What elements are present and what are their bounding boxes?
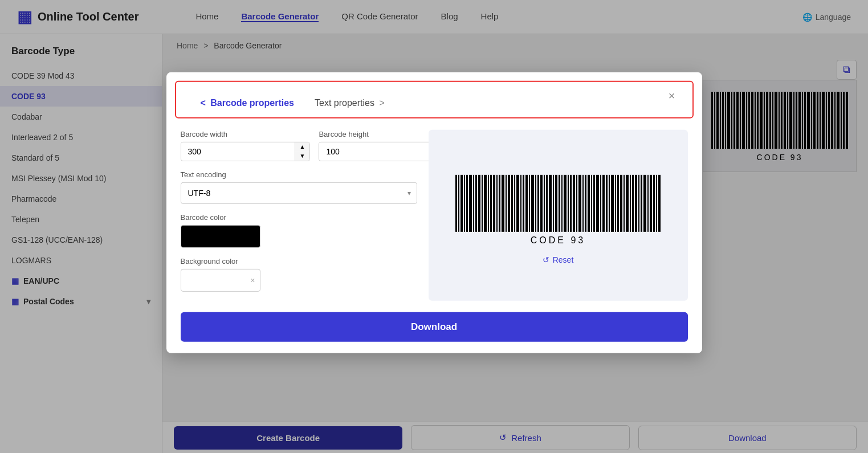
- svg-rect-92: [585, 174, 586, 231]
- svg-rect-53: [469, 174, 472, 231]
- tab-barcode-properties-label: Barcode properties: [210, 97, 294, 107]
- svg-rect-110: [638, 174, 639, 231]
- svg-rect-98: [602, 174, 605, 231]
- svg-rect-54: [473, 174, 474, 231]
- svg-rect-101: [611, 174, 614, 231]
- reset-label: Reset: [553, 255, 574, 264]
- svg-rect-104: [620, 174, 622, 231]
- svg-rect-103: [617, 174, 619, 231]
- svg-rect-97: [600, 174, 601, 231]
- svg-rect-99: [606, 174, 608, 231]
- svg-rect-90: [578, 174, 581, 231]
- width-increment-button[interactable]: ▲: [295, 142, 310, 151]
- svg-rect-77: [540, 174, 543, 231]
- barcode-height-input[interactable]: [319, 142, 433, 160]
- svg-text:CODE 93: CODE 93: [531, 235, 585, 244]
- svg-rect-49: [458, 174, 459, 231]
- text-encoding-select-wrap: UTF-8 ASCII ISO-8859-1 ▾: [181, 182, 417, 203]
- svg-rect-83: [559, 174, 560, 231]
- tab-barcode-properties[interactable]: < Barcode properties: [190, 92, 305, 117]
- svg-rect-67: [511, 174, 513, 231]
- svg-rect-87: [570, 174, 572, 231]
- text-encoding-row: Text encoding UTF-8 ASCII ISO-8859-1 ▾: [181, 170, 417, 203]
- svg-rect-112: [643, 174, 646, 231]
- barcode-width-group: Barcode width ▲ ▼: [181, 129, 311, 161]
- barcode-color-swatch[interactable]: [181, 225, 260, 247]
- barcode-width-label: Barcode width: [181, 129, 311, 138]
- width-spin-buttons: ▲ ▼: [295, 142, 310, 160]
- svg-rect-111: [641, 174, 642, 231]
- tab-text-properties-label: Text properties: [315, 97, 374, 107]
- svg-rect-100: [609, 174, 610, 231]
- svg-rect-85: [564, 174, 567, 231]
- svg-rect-61: [493, 174, 495, 231]
- svg-rect-60: [490, 174, 492, 231]
- svg-rect-95: [593, 174, 595, 231]
- svg-rect-96: [596, 174, 599, 231]
- barcode-preview-area: CODE 93 ↺ Reset: [429, 129, 688, 300]
- barcode-color-label: Barcode color: [181, 213, 417, 221]
- right-arrow-icon: >: [379, 97, 384, 107]
- svg-rect-78: [544, 174, 545, 231]
- svg-rect-105: [624, 174, 625, 231]
- svg-rect-57: [482, 174, 483, 231]
- svg-rect-59: [488, 174, 489, 231]
- barcode-preview-svg: CODE 93: [450, 172, 666, 246]
- modal-close-button[interactable]: ×: [666, 89, 678, 102]
- clear-background-icon[interactable]: ×: [250, 275, 255, 284]
- width-decrement-button[interactable]: ▼: [295, 151, 310, 160]
- text-encoding-label: Text encoding: [181, 170, 417, 178]
- reset-button[interactable]: ↺ Reset: [543, 255, 574, 264]
- svg-rect-113: [647, 174, 649, 231]
- barcode-width-input[interactable]: [181, 142, 295, 160]
- svg-rect-52: [466, 174, 468, 231]
- svg-rect-58: [484, 174, 487, 231]
- svg-rect-48: [455, 174, 457, 231]
- left-arrow-icon: <: [201, 97, 206, 107]
- form-section: Barcode width ▲ ▼ Barcode height: [181, 129, 417, 300]
- svg-rect-64: [502, 174, 504, 231]
- svg-rect-117: [658, 174, 661, 231]
- svg-rect-63: [499, 174, 500, 231]
- svg-rect-114: [650, 174, 652, 231]
- svg-rect-62: [496, 174, 498, 231]
- svg-rect-116: [656, 174, 657, 231]
- svg-rect-55: [475, 174, 477, 231]
- modal-tabs: < Barcode properties Text properties > ×: [175, 80, 694, 118]
- barcode-width-spinner: ▲ ▼: [181, 141, 311, 161]
- svg-rect-94: [591, 174, 592, 231]
- svg-rect-71: [523, 174, 524, 231]
- svg-rect-65: [506, 174, 507, 231]
- svg-rect-74: [531, 174, 534, 231]
- svg-rect-109: [635, 174, 637, 231]
- svg-rect-102: [615, 174, 616, 231]
- svg-rect-75: [535, 174, 536, 231]
- svg-rect-70: [520, 174, 521, 231]
- svg-rect-107: [630, 174, 631, 231]
- svg-rect-50: [461, 174, 463, 231]
- svg-rect-86: [568, 174, 569, 231]
- svg-rect-93: [588, 174, 590, 231]
- background-color-label: Background color: [181, 256, 417, 265]
- svg-rect-89: [576, 174, 577, 231]
- svg-rect-68: [514, 174, 515, 231]
- background-color-swatch[interactable]: ×: [181, 268, 260, 291]
- svg-rect-51: [464, 174, 465, 231]
- svg-rect-66: [508, 174, 510, 231]
- svg-rect-82: [555, 174, 557, 231]
- download-modal-button[interactable]: Download: [181, 312, 688, 341]
- svg-rect-115: [653, 174, 655, 231]
- svg-rect-76: [537, 174, 539, 231]
- svg-rect-79: [546, 174, 548, 231]
- svg-rect-81: [553, 174, 554, 231]
- text-encoding-select[interactable]: UTF-8 ASCII ISO-8859-1: [181, 182, 417, 203]
- svg-rect-106: [626, 174, 629, 231]
- svg-rect-84: [561, 174, 563, 231]
- tab-text-properties[interactable]: Text properties >: [304, 92, 395, 117]
- svg-rect-108: [632, 174, 634, 231]
- background-color-row: Background color ×: [181, 256, 417, 291]
- svg-rect-88: [573, 174, 575, 231]
- dimensions-row: Barcode width ▲ ▼ Barcode height: [181, 129, 417, 161]
- reset-icon: ↺: [543, 255, 549, 264]
- modal-body: Barcode width ▲ ▼ Barcode height: [166, 118, 702, 312]
